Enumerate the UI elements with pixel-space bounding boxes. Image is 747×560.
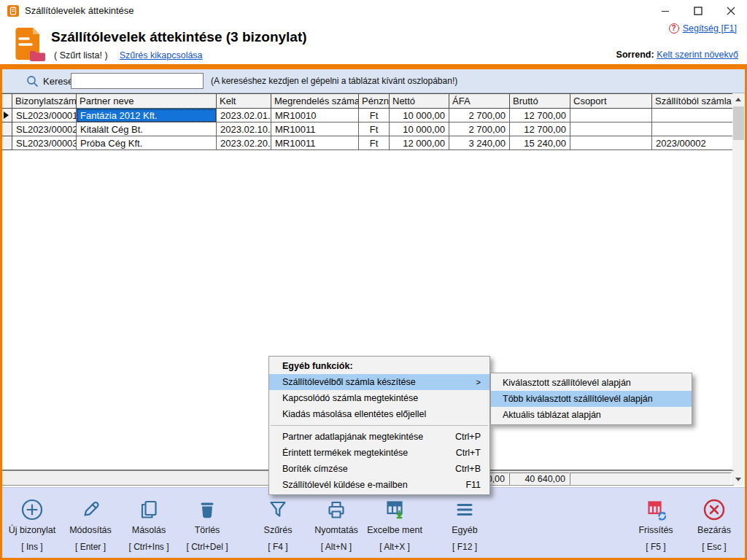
copy-button[interactable]: Másolás [ Ctrl+Ins ]	[120, 495, 178, 552]
print-button[interactable]: Nyomtatás [ Alt+N ]	[307, 495, 365, 552]
table-row[interactable]: SL2023/00001 Fantázia 2012 Kft. 2023.02.…	[1, 109, 735, 122]
export-excel-button[interactable]: Excelbe ment [ Alt+X ]	[365, 495, 424, 552]
printer-icon	[324, 495, 349, 524]
title-bar: Szállítólevelek áttekintése	[0, 0, 747, 22]
context-menu-item[interactable]: Szállítólevél küldése e-mailben F11	[269, 477, 489, 493]
search-bar: Keresés: (A kereséshez kezdjen el gépeln…	[0, 69, 747, 93]
submenu-item[interactable]: Több kiválasztott szállítólevél alapján	[491, 391, 692, 407]
submenu-item[interactable]: Aktuális táblázat alapján	[491, 407, 692, 423]
cell[interactable]: Ft	[359, 136, 390, 150]
cell[interactable]: 2 700,00	[449, 122, 510, 136]
summary-empty	[570, 472, 732, 485]
cell[interactable]: MR10011	[271, 122, 359, 136]
context-menu-item[interactable]: Szállítólevélből számla készítése	[269, 374, 489, 390]
cell[interactable]: SL2023/00003	[12, 136, 77, 150]
cell[interactable]: 2023.02.10.	[217, 122, 271, 136]
context-menu-item[interactable]: Kapcsolódó számla megtekintése	[269, 390, 489, 406]
scroll-up-button[interactable]	[732, 93, 745, 106]
context-menu-item[interactable]: Kiadás másolása ellentétes előjellel	[269, 406, 489, 422]
column-header[interactable]: Nettó	[390, 94, 449, 109]
cell[interactable]: 10 000,00	[390, 109, 449, 122]
context-menu: Egyéb funkciók: Szállítólevélből számla …	[268, 356, 490, 495]
cell[interactable]: Ft	[359, 122, 390, 136]
column-header[interactable]: ÁFA	[449, 94, 510, 109]
close-button[interactable]: Bezárás [ Esc ]	[685, 495, 743, 552]
column-header[interactable]: Bizonylatszám	[12, 94, 77, 109]
column-header[interactable]: Megrendelés száma	[271, 94, 359, 109]
cell[interactable]: 12 700,00	[510, 109, 570, 122]
refresh-button[interactable]: Frissítés [ F5 ]	[627, 495, 685, 552]
column-header[interactable]: Szállítóból számla	[652, 94, 735, 109]
plus-circle-icon	[20, 495, 44, 524]
chevron-up-icon	[735, 98, 741, 101]
cell[interactable]	[570, 122, 652, 136]
cell[interactable]: 2 700,00	[449, 109, 510, 122]
table-refresh-icon	[643, 495, 668, 524]
window-maximize-button[interactable]	[681, 0, 714, 22]
scrollbar-thumb[interactable]	[733, 106, 744, 140]
cell[interactable]	[570, 109, 652, 122]
menu-separator	[271, 425, 488, 426]
close-circle-icon	[702, 495, 727, 524]
cell[interactable]: Próba Cég Kft.	[77, 136, 217, 150]
scroll-down-button[interactable]	[732, 473, 745, 486]
context-menu-item[interactable]: Boríték címzése Ctrl+B	[269, 461, 489, 477]
summary-brutto: 40 640,00	[509, 472, 570, 485]
window-title: Szállítólevelek áttekintése	[25, 0, 134, 22]
menu-icon	[452, 495, 477, 524]
context-menu-item[interactable]: Érintett termékek megtekintése Ctrl+T	[269, 445, 489, 461]
submenu-item[interactable]: Kiválasztott szállítólevél alapján	[491, 375, 692, 391]
window-close-button[interactable]	[714, 0, 747, 22]
selected-cell[interactable]: Fantázia 2012 Kft.	[77, 109, 217, 122]
cell[interactable]: 12 000,00	[390, 136, 449, 150]
help-link[interactable]: Segítség [F1]	[683, 23, 737, 34]
window-minimize-button[interactable]	[649, 0, 681, 22]
table-row[interactable]: SL2023/00002 Kitalált Cég Bt. 2023.02.10…	[1, 122, 735, 136]
context-menu-item[interactable]: Partner adatlapjának megtekintése Ctrl+P	[269, 429, 489, 445]
cell[interactable]	[652, 122, 735, 136]
funnel-icon	[266, 495, 290, 524]
column-header[interactable]: Partner neve	[77, 94, 217, 109]
cell[interactable]: 2023.02.01.	[217, 109, 271, 122]
filter-off-link[interactable]: Szűrés kikapcsolása	[120, 50, 203, 61]
edit-button[interactable]: Módosítás [ Enter ]	[61, 495, 120, 552]
cell[interactable]: MR10011	[271, 136, 359, 150]
cell[interactable]: SL2023/00002	[12, 122, 77, 136]
submenu: Kiválasztott szállítólevél alapján Több …	[490, 373, 692, 425]
cell[interactable]: 2023.02.20.	[217, 136, 271, 150]
column-header[interactable]: Bruttó	[510, 94, 570, 109]
column-header[interactable]: Pénzn.	[359, 94, 390, 109]
cell[interactable]: 12 700,00	[510, 122, 570, 136]
cell[interactable]: 3 240,00	[449, 136, 510, 150]
filter-button[interactable]: Szűrés [ F4 ]	[249, 495, 307, 552]
cell[interactable]: Kitalált Cég Bt.	[77, 122, 217, 136]
delete-button[interactable]: Törlés [ Ctrl+Del ]	[178, 495, 236, 552]
cell[interactable]: 2023/00002	[652, 136, 735, 150]
chevron-down-icon	[735, 478, 741, 481]
cell[interactable]: MR10010	[271, 109, 359, 122]
search-input[interactable]	[71, 73, 204, 89]
table-export-icon	[382, 495, 407, 524]
vertical-scrollbar[interactable]	[732, 93, 745, 486]
cell[interactable]	[652, 109, 735, 122]
cell[interactable]: SL2023/00001	[12, 109, 77, 122]
cell[interactable]: Ft	[359, 109, 390, 122]
grid-header-row: Bizonylatszám Partner neve Kelt Megrende…	[1, 94, 735, 109]
current-row-marker-icon	[4, 112, 9, 119]
page-title: Szállítólevelek áttekintése (3 bizonylat…	[51, 29, 307, 45]
new-document-button[interactable]: Új bizonylat [ Ins ]	[3, 495, 61, 552]
copy-icon	[136, 495, 161, 524]
column-header[interactable]: Kelt	[217, 94, 271, 109]
cell[interactable]: 15 240,00	[510, 136, 570, 150]
trash-icon	[195, 495, 220, 524]
search-icon	[26, 75, 39, 90]
accent-bar	[0, 64, 747, 69]
app-header: Szállítólevelek áttekintése (3 bizonylat…	[0, 22, 747, 64]
sort-order-link[interactable]: Kelt szerint növekvő	[657, 50, 738, 60]
column-header[interactable]: Csoport	[570, 94, 652, 109]
pencil-icon	[78, 495, 103, 524]
cell[interactable]	[570, 136, 652, 150]
more-button[interactable]: Egyéb [ F12 ]	[436, 495, 494, 552]
cell[interactable]: 10 000,00	[390, 122, 449, 136]
table-row[interactable]: SL2023/00003 Próba Cég Kft. 2023.02.20. …	[1, 136, 735, 150]
